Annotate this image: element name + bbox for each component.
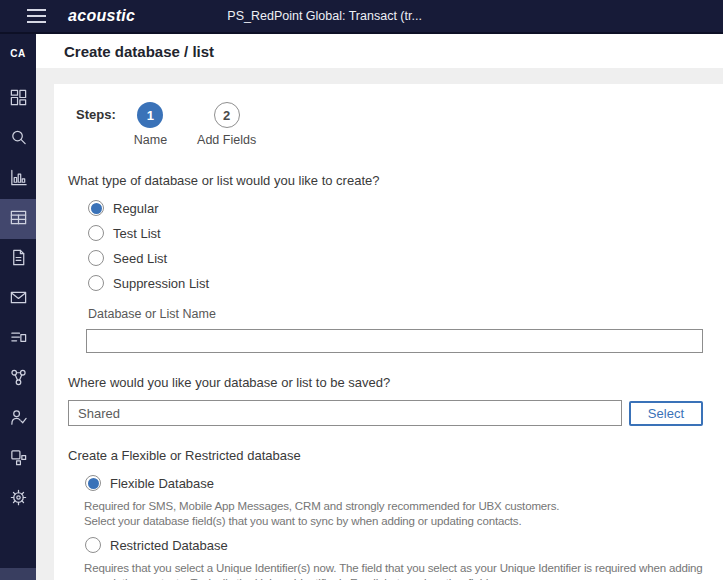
radio-flexible-icon[interactable] (85, 475, 101, 491)
flexible-description: Required for SMS, Mobile App Messages, C… (84, 499, 703, 529)
radio-regular[interactable]: Regular (88, 200, 703, 216)
radio-test-list-icon[interactable] (88, 225, 104, 241)
database-name-input[interactable] (86, 329, 703, 353)
programs-flow-icon (9, 368, 28, 391)
type-radio-group: Regular Test List Seed List Suppression … (68, 200, 703, 291)
radio-seed-list[interactable]: Seed List (88, 250, 703, 266)
sidebar-item-programs[interactable] (0, 359, 36, 399)
main-content: Create database / list Steps: 1 Name 2 A… (36, 34, 723, 580)
top-bar: acoustic PS_RedPoint Global: Transact (t… (0, 0, 723, 34)
radio-suppression-list-icon[interactable] (88, 275, 104, 291)
radio-regular-label: Regular (113, 201, 159, 216)
sidebar-item-apps[interactable] (0, 439, 36, 479)
radio-test-list[interactable]: Test List (88, 225, 703, 241)
acoustic-logo: acoustic (68, 7, 135, 25)
radio-seed-list-label: Seed List (113, 251, 167, 266)
name-field-label: Database or List Name (88, 307, 703, 321)
step-2-circle: 2 (214, 102, 240, 128)
reports-chart-icon (9, 168, 28, 191)
radio-suppression-list[interactable]: Suppression List (88, 275, 703, 291)
sidebar-item-mailings[interactable] (0, 279, 36, 319)
page-header: Create database / list (36, 34, 723, 68)
step-1-label: Name (134, 133, 167, 147)
restricted-description: Requires that you select a Unique Identi… (84, 561, 703, 580)
sidebar: CA (0, 34, 36, 580)
location-question: Where would you like your database or li… (68, 375, 703, 390)
steps-label: Steps: (76, 102, 116, 128)
contacts-person-check-icon (9, 408, 28, 431)
radio-seed-list-icon[interactable] (88, 250, 104, 266)
type-question: What type of database or list would you … (68, 173, 703, 188)
sidebar-item-contacts[interactable] (0, 399, 36, 439)
location-input[interactable] (68, 400, 622, 426)
mail-icon (9, 288, 28, 311)
document-icon (9, 248, 28, 271)
data-table-icon (9, 208, 28, 231)
list-cards-icon (9, 328, 28, 351)
radio-flexible-label: Flexible Database (110, 476, 214, 491)
radio-regular-icon[interactable] (88, 200, 104, 216)
page-title: Create database / list (64, 43, 214, 60)
radio-test-list-label: Test List (113, 226, 161, 241)
sidebar-item-partial[interactable] (0, 568, 36, 580)
select-button[interactable]: Select (629, 401, 703, 426)
sidebar-item-content[interactable] (0, 239, 36, 279)
steps-indicator: Steps: 1 Name 2 Add Fields (68, 102, 703, 147)
settings-gear-icon (9, 488, 28, 511)
search-icon (9, 128, 28, 151)
step-1-circle: 1 (137, 102, 163, 128)
sidebar-item-reports[interactable] (0, 159, 36, 199)
form-card: Steps: 1 Name 2 Add Fields What type of … (54, 84, 723, 580)
sidebar-nav (0, 79, 36, 519)
sidebar-item-dashboard[interactable] (0, 79, 36, 119)
dashboard-icon (9, 88, 28, 111)
radio-flexible-database[interactable]: Flexible Database (68, 475, 703, 491)
avatar[interactable]: CA (0, 48, 36, 59)
sidebar-item-lists[interactable] (0, 319, 36, 359)
radio-restricted-icon[interactable] (85, 537, 101, 553)
radio-suppression-list-label: Suppression List (113, 276, 209, 291)
radio-restricted-label: Restricted Database (110, 538, 228, 553)
sidebar-item-data[interactable] (0, 199, 36, 239)
org-title: PS_RedPoint Global: Transact (tr... (227, 9, 422, 23)
step-2-label: Add Fields (197, 133, 256, 147)
flex-question: Create a Flexible or Restricted database (68, 448, 703, 463)
radio-restricted-database[interactable]: Restricted Database (68, 537, 703, 553)
sidebar-item-search[interactable] (0, 119, 36, 159)
sidebar-item-settings[interactable] (0, 479, 36, 519)
hamburger-menu-icon[interactable] (27, 9, 46, 23)
apps-boxes-icon (9, 448, 28, 471)
step-2-add-fields[interactable]: 2 Add Fields (197, 102, 256, 147)
step-1-name[interactable]: 1 Name (134, 102, 167, 147)
